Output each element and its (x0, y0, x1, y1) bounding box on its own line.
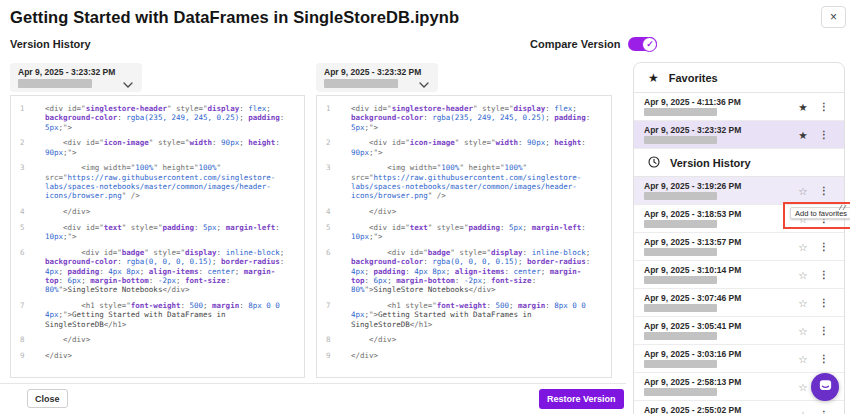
redacted-author-bar (644, 108, 717, 116)
chat-icon (818, 378, 833, 397)
toggle-check-icon: ✓ (642, 37, 657, 52)
version-row[interactable]: Apr 9, 2025 - 3:19:26 PM ☆ ⋮ (634, 177, 844, 205)
favorite-star-button[interactable]: ☆ (796, 408, 810, 414)
redacted-author-bar (18, 79, 92, 88)
code-line: 5 <div id="text" style="padding: 5px; ma… (11, 223, 304, 242)
code-line-text: <div id="icon-image" style="width: 90px;… (351, 138, 611, 157)
version-history-title: Version History (670, 157, 751, 169)
favorite-star-button[interactable]: ☆ (796, 380, 810, 394)
favorite-star-button[interactable]: ☆ (796, 268, 810, 282)
row-menu-button[interactable]: ⋮ (818, 184, 830, 198)
redacted-author-bar (644, 304, 717, 312)
row-menu-button[interactable]: ⋮ (818, 240, 830, 254)
right-version-dropdown[interactable]: Apr 9, 2025 - 3:23:32 PM (316, 63, 438, 92)
version-row[interactable]: Apr 9, 2025 - 3:05:41 PM ☆ ⋮ (634, 317, 844, 345)
favorite-star-button[interactable]: ☆ (796, 296, 810, 310)
code-line-text: </div> (45, 351, 304, 360)
row-menu-button[interactable]: ⋮ (818, 268, 830, 282)
line-number: 5 (317, 223, 351, 242)
chat-launcher-button[interactable] (811, 373, 839, 401)
close-dialog-button[interactable]: × (821, 6, 846, 28)
line-number: 2 (11, 138, 45, 157)
version-row[interactable]: Apr 9, 2025 - 3:23:32 PM ★ ⋮ (634, 121, 844, 149)
redacted-author-bar (644, 220, 717, 228)
line-number: 4 (11, 207, 45, 216)
version-row[interactable]: Apr 9, 2025 - 3:03:16 PM ☆ ⋮ (634, 345, 844, 373)
favorite-star-button[interactable]: ☆ (796, 240, 810, 254)
code-line-text: <img width="100%" height="100%" src="htt… (45, 163, 304, 200)
version-row-timestamp: Apr 9, 2025 - 2:58:13 PM (644, 377, 741, 387)
redacted-author-bar (644, 136, 717, 144)
favorite-star-button[interactable]: ☆ (796, 352, 810, 366)
redacted-author-bar (644, 332, 717, 340)
favorite-star-button[interactable]: ☆ (796, 184, 810, 198)
version-row-timestamp: Apr 9, 2025 - 3:13:57 PM (644, 237, 741, 247)
row-menu-button[interactable]: ⋮ (818, 296, 830, 310)
version-row[interactable]: Apr 9, 2025 - 3:13:57 PM ☆ ⋮ (634, 233, 844, 261)
code-line-text: <div id="icon-image" style="width: 90px;… (45, 138, 304, 157)
line-number: 7 (11, 301, 45, 329)
restore-version-button[interactable]: Restore Version (539, 389, 624, 409)
page-title: Getting Started with DataFrames in Singl… (10, 8, 459, 27)
row-menu-button[interactable]: ⋮ (818, 352, 830, 366)
line-number: 6 (11, 248, 45, 294)
code-line-text: <div id="singlestore-header" style="disp… (45, 104, 304, 132)
row-menu-button[interactable]: ⋮ (818, 100, 830, 114)
left-code-editor[interactable]: 1 <div id="singlestore-header" style="di… (10, 95, 305, 378)
code-line: 7 <h1 style="font-weight: 500; margin: 8… (11, 301, 304, 329)
favorite-star-button[interactable]: ★ (796, 128, 810, 142)
right-code-editor[interactable]: 1 <div id="singlestore-header" style="di… (316, 95, 612, 378)
favorite-star-button[interactable]: ★ (796, 100, 810, 114)
code-line: 5 <div id="text" style="padding: 5px; ma… (317, 223, 611, 242)
redacted-author-bar (644, 388, 717, 396)
favorites-header: ★ Favorites (634, 63, 844, 93)
footer-divider (0, 383, 626, 384)
version-row[interactable]: Apr 9, 2025 - 3:07:46 PM ☆ ⋮ (634, 289, 844, 317)
version-history-dialog: Getting Started with DataFrames in Singl… (0, 0, 850, 414)
version-row[interactable]: Apr 9, 2025 - 2:55:02 PM ☆ ⋮ (634, 401, 844, 414)
line-number: 2 (317, 138, 351, 157)
redacted-author-bar (644, 192, 717, 200)
code-line: 2 <div id="icon-image" style="width: 90p… (11, 138, 304, 157)
code-line: 3 <img width="100%" height="100%" src="h… (11, 163, 304, 200)
code-line: 9 </div> (317, 351, 611, 360)
chevron-down-icon (419, 74, 429, 92)
line-number: 3 (317, 163, 351, 200)
code-line: 1 <div id="singlestore-header" style="di… (11, 104, 304, 132)
line-number: 3 (11, 163, 45, 200)
code-line-text: </div> (351, 335, 611, 344)
code-line-text: </div> (45, 335, 304, 344)
compare-version-toggle[interactable]: ✓ (628, 37, 657, 51)
left-version-dropdown[interactable]: Apr 9, 2025 - 3:23:32 PM (10, 63, 142, 92)
version-row-timestamp: Apr 9, 2025 - 3:23:32 PM (644, 125, 741, 135)
code-line: 6 <div id="badge" style="display: inline… (11, 248, 304, 294)
code-line: 3 <img width="100%" height="100%" src="h… (317, 163, 611, 200)
star-icon: ★ (648, 72, 659, 84)
code-line: 1 <div id="singlestore-header" style="di… (317, 104, 611, 132)
line-number: 9 (11, 351, 45, 360)
line-number: 4 (317, 207, 351, 216)
version-row-timestamp: Apr 9, 2025 - 3:07:46 PM (644, 293, 741, 303)
redacted-author-bar (324, 79, 398, 88)
row-menu-button[interactable]: ⋮ (818, 408, 830, 414)
row-menu-button[interactable]: ⋮ (818, 324, 830, 338)
line-number: 1 (11, 104, 45, 132)
code-line: 7 <h1 style="font-weight: 500; margin: 8… (317, 301, 611, 329)
code-line-text: </div> (45, 207, 304, 216)
version-row[interactable]: Apr 9, 2025 - 3:10:14 PM ☆ ⋮ (634, 261, 844, 289)
row-menu-button[interactable]: ⋮ (818, 128, 830, 142)
code-line: 2 <div id="icon-image" style="width: 90p… (317, 138, 611, 157)
line-number: 8 (317, 335, 351, 344)
version-row-timestamp: Apr 9, 2025 - 3:10:14 PM (644, 265, 741, 275)
favorite-star-button[interactable]: ☆ (796, 324, 810, 338)
left-version-timestamp: Apr 9, 2025 - 3:23:32 PM (18, 67, 115, 77)
redacted-author-bar (644, 360, 717, 368)
version-history-header: Version History (634, 149, 844, 177)
code-line: 4 </div> (317, 207, 611, 216)
version-row-timestamp: Apr 9, 2025 - 4:11:36 PM (644, 97, 741, 107)
version-row[interactable]: Apr 9, 2025 - 4:11:36 PM ★ ⋮ (634, 93, 844, 121)
code-line-text: <div id="singlestore-header" style="disp… (351, 104, 611, 132)
code-line: 9 </div> (11, 351, 304, 360)
close-button[interactable]: Close (27, 389, 68, 408)
version-row-timestamp: Apr 9, 2025 - 3:18:53 PM (644, 209, 741, 219)
